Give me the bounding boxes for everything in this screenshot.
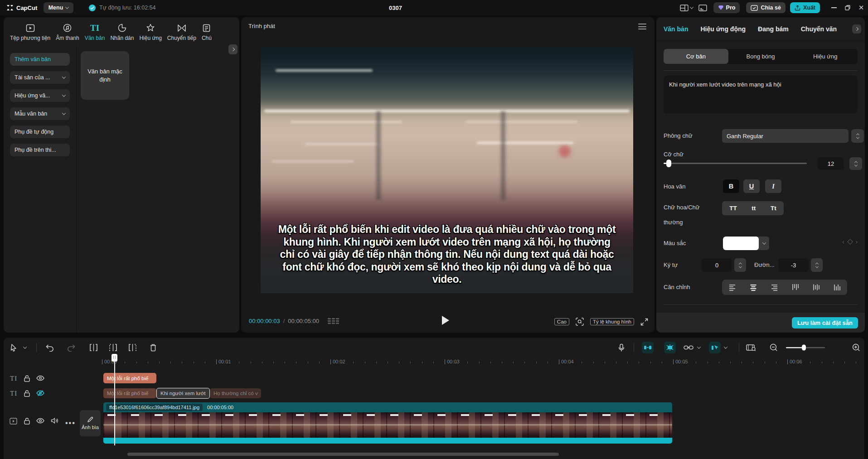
mute-speaker-icon[interactable] xyxy=(51,417,58,424)
text-clip-track2-3[interactable]: Họ thường chỉ có v xyxy=(210,388,261,398)
save-preset-button[interactable]: Lưu làm cài đặt sẵn xyxy=(792,317,858,329)
split-left-icon[interactable] xyxy=(89,338,98,358)
align-vertical-center-button[interactable] xyxy=(812,283,820,291)
category-text-effects[interactable]: Hiệu ứng vă... xyxy=(10,89,70,102)
eye-visible-icon[interactable] xyxy=(36,418,44,424)
zoom-in-icon[interactable] xyxy=(852,338,860,358)
category-captions-on-screen[interactable]: Phụ đề trên thi... xyxy=(10,144,70,156)
player-menu-icon[interactable] xyxy=(638,24,646,29)
eye-visible-icon[interactable] xyxy=(36,375,44,381)
font-size-slider[interactable] xyxy=(664,163,807,164)
text-clip-track2-1[interactable]: Một lỗi rất phổ biế xyxy=(103,388,156,398)
notes-panel-icon[interactable] xyxy=(698,5,707,11)
cover-edit-button[interactable]: Ảnh bìa xyxy=(80,410,101,436)
restore-button[interactable] xyxy=(841,0,854,15)
lowercase-button[interactable]: tt xyxy=(752,205,756,212)
tab-text-to-speech[interactable]: Chuyển văn xyxy=(801,25,837,33)
fullscreen-icon[interactable] xyxy=(640,318,648,326)
tab-text-settings[interactable]: Văn bản xyxy=(664,25,688,33)
tab-effects[interactable]: Hiệu ứng xyxy=(136,24,164,41)
tab-stickers[interactable]: Nhãn dán xyxy=(107,24,136,41)
keyframe-next-icon[interactable]: › xyxy=(856,238,858,245)
color-dropdown[interactable] xyxy=(759,237,769,250)
eye-hidden-icon[interactable] xyxy=(36,390,44,396)
category-my-assets[interactable]: Tài sản của ... xyxy=(10,71,70,84)
tab-captions[interactable]: Chú xyxy=(199,24,214,41)
text-clip-track2-2-selected[interactable]: Khi người xem lướt xyxy=(156,388,210,399)
uppercase-button[interactable]: TT xyxy=(729,205,737,212)
bold-button[interactable]: B xyxy=(723,179,739,193)
menu-button[interactable]: Menu xyxy=(44,2,73,13)
lock-icon[interactable] xyxy=(24,417,30,425)
tab-animation[interactable]: Hiệu ứng động xyxy=(700,25,746,33)
subtab-bubble[interactable]: Bong bóng xyxy=(728,49,793,64)
font-size-value[interactable]: 12 xyxy=(818,157,844,170)
preview-zoom-icon[interactable] xyxy=(576,318,584,326)
align-center-button[interactable] xyxy=(749,283,757,291)
select-tool-chevron[interactable] xyxy=(24,338,26,358)
lock-icon[interactable] xyxy=(24,375,30,382)
subtab-basic[interactable]: Cơ bản xyxy=(664,49,728,64)
tab-transitions[interactable]: Chuyển tiếp xyxy=(165,24,199,41)
lock-icon[interactable] xyxy=(24,390,30,397)
export-button[interactable]: Xuất xyxy=(790,2,820,13)
selection-follow-icon[interactable] xyxy=(709,338,721,358)
preview-axis-icon[interactable] xyxy=(664,338,676,358)
text-content-input[interactable]: Khi người xem lướt video trên mạng xã hộ… xyxy=(664,76,858,113)
letter-spacing-value[interactable]: 0 xyxy=(702,258,732,272)
text-clip-track1[interactable]: Một lỗi rất phổ biế xyxy=(103,373,156,383)
timeline-scrollbar[interactable] xyxy=(127,453,559,456)
link-chevron[interactable] xyxy=(698,338,700,358)
link-icon[interactable] xyxy=(684,338,693,358)
minimize-button[interactable] xyxy=(827,0,841,15)
slider-handle[interactable] xyxy=(666,159,671,167)
undo-icon[interactable] xyxy=(45,338,54,358)
share-button[interactable]: Chia sẻ xyxy=(746,2,785,13)
select-tool-icon[interactable] xyxy=(10,338,18,358)
layout-chevron-icon[interactable] xyxy=(689,5,693,9)
layout-switch-icon[interactable] xyxy=(680,5,689,11)
stroke-value[interactable]: -3 xyxy=(778,258,809,272)
tabs-overflow-arrow[interactable] xyxy=(228,44,238,54)
preview-frames-icon[interactable] xyxy=(746,338,756,358)
category-text-templates[interactable]: Mẫu văn bản xyxy=(10,107,70,120)
video-subtitle-text[interactable]: Một lỗi rất phổ biến khi edit video là đ… xyxy=(276,223,618,286)
track-more-icon[interactable]: ••• xyxy=(65,419,76,427)
aspect-ratio-button[interactable]: Tỷ lệ khung hình xyxy=(590,318,634,325)
zoom-out-icon[interactable] xyxy=(770,338,778,358)
quality-selector[interactable]: Cao xyxy=(554,318,569,325)
playhead-handle[interactable] xyxy=(112,354,117,362)
tab-text[interactable]: TI Văn bản xyxy=(82,24,108,41)
playhead-line[interactable] xyxy=(114,355,115,445)
font-size-stepper[interactable] xyxy=(849,157,862,170)
underline-button[interactable]: U xyxy=(743,179,760,193)
timeline-zoom-slider[interactable] xyxy=(786,338,825,358)
subtab-effects[interactable]: Hiệu ứng xyxy=(793,49,858,64)
align-vertical-bottom-button[interactable] xyxy=(833,283,841,291)
timeline-ruler[interactable]: 00:00 00:01 00:02 00:03 00:04 00:05 00:0… xyxy=(4,358,864,365)
tab-media[interactable]: Tệp phương tiện xyxy=(7,24,53,41)
stroke-stepper[interactable] xyxy=(811,258,823,272)
video-clip[interactable]: ffd1e53016f61606cc39af894bd17411.jpg 00:… xyxy=(103,402,672,444)
tab-audio[interactable]: Âm thanh xyxy=(53,24,82,41)
keyframe-diamond-icon[interactable] xyxy=(847,239,853,245)
tab-tracking[interactable]: Đang bám xyxy=(758,25,789,33)
play-button[interactable] xyxy=(442,316,449,325)
close-button[interactable]: ✕ xyxy=(854,0,868,15)
delete-icon[interactable] xyxy=(150,338,157,358)
font-stepper[interactable] xyxy=(851,129,864,143)
italic-button[interactable]: I xyxy=(765,179,781,193)
video-preview[interactable]: Một lỗi rất phổ biến khi edit video là đ… xyxy=(261,47,633,293)
align-right-button[interactable] xyxy=(770,283,778,291)
align-left-button[interactable] xyxy=(728,283,737,291)
font-dropdown[interactable]: Ganh Regular xyxy=(722,129,849,143)
titlecase-button[interactable]: Tt xyxy=(771,205,776,212)
frame-grid-icon[interactable] xyxy=(328,318,339,324)
keyframe-prev-icon[interactable]: ‹ xyxy=(842,238,844,245)
default-text-card[interactable]: Văn bản mặc định xyxy=(81,51,129,100)
letter-spacing-stepper[interactable] xyxy=(734,258,746,272)
inspector-tabs-arrow[interactable] xyxy=(852,24,861,34)
redo-icon[interactable] xyxy=(67,338,76,358)
record-voiceover-icon[interactable] xyxy=(618,338,625,358)
pro-badge[interactable]: Pro xyxy=(713,2,740,13)
